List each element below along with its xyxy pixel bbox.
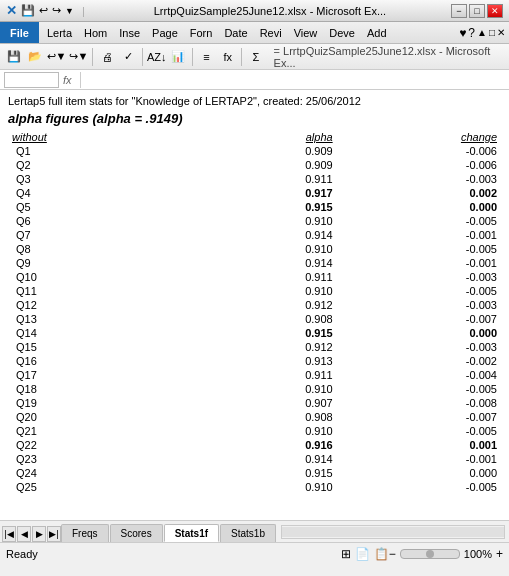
- title-bar: ✕ 💾 ↩ ↪ ▼ | LrrtpQuizSample25June12.xlsx…: [0, 0, 509, 22]
- tb-misc3[interactable]: Σ: [246, 47, 265, 67]
- cell-label: Q21: [8, 424, 172, 438]
- cell-alpha: 0.911: [172, 172, 336, 186]
- close-button[interactable]: ✕: [487, 4, 503, 18]
- cell-alpha: 0.914: [172, 452, 336, 466]
- cell-label: Q19: [8, 396, 172, 410]
- table-row: Q220.9160.001: [8, 438, 501, 452]
- cell-change: -0.001: [337, 228, 501, 242]
- restore-button[interactable]: □: [469, 4, 485, 18]
- cell-change: -0.003: [337, 172, 501, 186]
- cell-change: -0.003: [337, 298, 501, 312]
- table-row: Q140.9150.000: [8, 326, 501, 340]
- table-row: Q50.9150.000: [8, 200, 501, 214]
- tb-undo-drop[interactable]: ↩▼: [46, 47, 66, 67]
- tab-stats1f[interactable]: Stats1f: [164, 524, 219, 542]
- name-box[interactable]: [4, 72, 59, 88]
- cell-alpha: 0.907: [172, 396, 336, 410]
- menu-formulas[interactable]: Forn: [184, 22, 219, 43]
- window-close2[interactable]: ✕: [497, 27, 505, 38]
- cell-label: Q23: [8, 452, 172, 466]
- zoom-slider[interactable]: [400, 549, 460, 559]
- window-restore2[interactable]: □: [489, 27, 495, 38]
- tb-print[interactable]: 🖨: [97, 47, 116, 67]
- zoom-in[interactable]: +: [496, 547, 503, 561]
- question-icon[interactable]: ?: [468, 26, 475, 40]
- tb-open[interactable]: 📂: [25, 47, 44, 67]
- menu-file[interactable]: File: [0, 22, 39, 43]
- horizontal-scrollbar[interactable]: [281, 525, 505, 539]
- cell-change: -0.005: [337, 480, 501, 494]
- menu-data[interactable]: Date: [218, 22, 253, 43]
- menu-lerta[interactable]: Lerta: [41, 22, 78, 43]
- title-bar-left: ✕ 💾 ↩ ↪ ▼ |: [6, 3, 89, 18]
- table-row: Q70.914-0.001: [8, 228, 501, 242]
- cell-alpha: 0.908: [172, 410, 336, 424]
- toolbar: 💾 📂 ↩▼ ↪▼ 🖨 ✓ AZ↓ 📊 ≡ fx Σ = LrrtpQuizSa…: [0, 44, 509, 70]
- cell-alpha: 0.910: [172, 242, 336, 256]
- formula-input[interactable]: [85, 74, 505, 86]
- tab-freqs[interactable]: Freqs: [61, 524, 109, 542]
- zoom-out[interactable]: −: [389, 547, 396, 561]
- cell-alpha: 0.910: [172, 214, 336, 228]
- quick-access-save[interactable]: 💾: [21, 4, 35, 17]
- menu-review[interactable]: Revi: [254, 22, 288, 43]
- tb-sort-az[interactable]: AZ↓: [147, 47, 167, 67]
- quick-access-dropdown[interactable]: ▼: [65, 6, 74, 16]
- menu-view[interactable]: View: [288, 22, 324, 43]
- table-row: Q20.909-0.006: [8, 158, 501, 172]
- menu-developer[interactable]: Deve: [323, 22, 361, 43]
- tab-scores[interactable]: Scores: [110, 524, 163, 542]
- tb-redo-drop[interactable]: ↪▼: [68, 47, 88, 67]
- spreadsheet-area: Lertap5 full item stats for "Knowledge o…: [0, 90, 509, 520]
- quick-access-redo[interactable]: ↪: [52, 4, 61, 17]
- status-icon-preview[interactable]: 📋: [374, 547, 389, 561]
- cell-label: Q13: [8, 312, 172, 326]
- info-row: Lertap5 full item stats for "Knowledge o…: [8, 92, 501, 109]
- cell-label: Q7: [8, 228, 172, 242]
- tb-spell[interactable]: ✓: [119, 47, 138, 67]
- cell-alpha: 0.909: [172, 158, 336, 172]
- menu-page[interactable]: Page: [146, 22, 184, 43]
- tab-first[interactable]: |◀: [2, 526, 16, 542]
- menu-home[interactable]: Hom: [78, 22, 113, 43]
- status-icon-table[interactable]: ⊞: [341, 547, 351, 561]
- cell-label: Q6: [8, 214, 172, 228]
- tab-next[interactable]: ▶: [32, 526, 46, 542]
- formula-separator: [80, 72, 81, 88]
- cell-alpha: 0.914: [172, 256, 336, 270]
- cell-label: Q4: [8, 186, 172, 200]
- tb-save[interactable]: 💾: [4, 47, 23, 67]
- menu-addins[interactable]: Add: [361, 22, 393, 43]
- quick-access-undo[interactable]: ↩: [39, 4, 48, 17]
- separator: |: [82, 5, 85, 17]
- tab-prev[interactable]: ◀: [17, 526, 31, 542]
- minimize-button[interactable]: −: [451, 4, 467, 18]
- table-row: Q90.914-0.001: [8, 256, 501, 270]
- cell-change: -0.005: [337, 284, 501, 298]
- cell-alpha: 0.915: [172, 326, 336, 340]
- cell-change: -0.008: [337, 396, 501, 410]
- help-icon[interactable]: ♥: [459, 26, 466, 40]
- cell-change: -0.005: [337, 214, 501, 228]
- table-row: Q210.910-0.005: [8, 424, 501, 438]
- cell-change: -0.004: [337, 368, 501, 382]
- tab-stats1b[interactable]: Stats1b: [220, 524, 276, 542]
- table-row: Q180.910-0.005: [8, 382, 501, 396]
- cell-alpha: 0.909: [172, 144, 336, 158]
- cell-change: -0.006: [337, 158, 501, 172]
- cell-label: Q20: [8, 410, 172, 424]
- ribbon-collapse[interactable]: ▲: [477, 27, 487, 38]
- app-icon: ✕: [6, 3, 17, 18]
- cell-alpha: 0.912: [172, 298, 336, 312]
- table-row: Q230.914-0.001: [8, 452, 501, 466]
- status-icon-page[interactable]: 📄: [355, 547, 370, 561]
- tb-chart[interactable]: 📊: [169, 47, 188, 67]
- menu-insert[interactable]: Inse: [113, 22, 146, 43]
- tb-misc1[interactable]: ≡: [197, 47, 216, 67]
- cell-change: -0.006: [337, 144, 501, 158]
- tab-last[interactable]: ▶|: [47, 526, 61, 542]
- window-title: LrrtpQuizSample25June12.xlsx - Microsoft…: [89, 5, 451, 17]
- zoom-level: 100%: [464, 548, 492, 560]
- tb-misc2[interactable]: fx: [218, 47, 237, 67]
- cell-alpha: 0.915: [172, 200, 336, 214]
